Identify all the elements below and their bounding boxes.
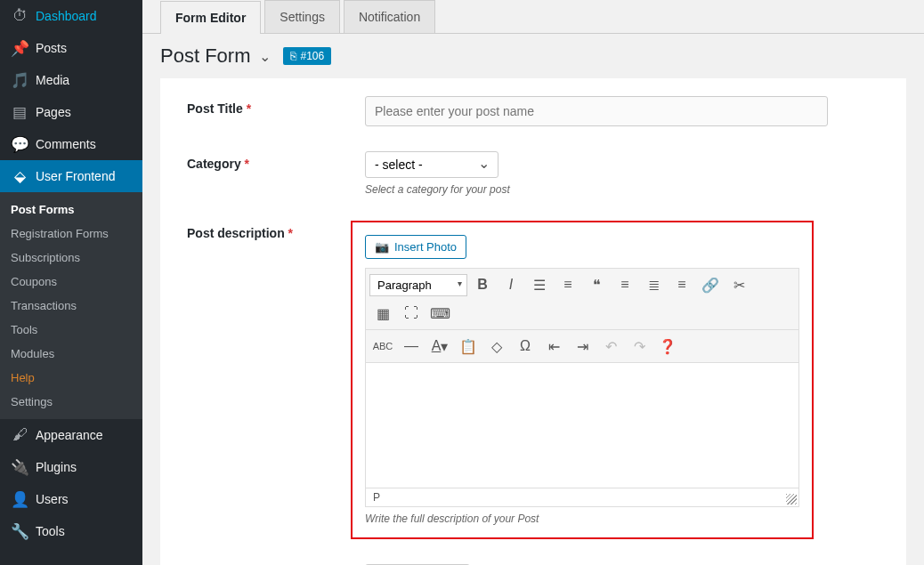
sidebar-label: Tools: [36, 524, 65, 538]
insert-photo-button[interactable]: 📷 Insert Photo: [365, 235, 466, 259]
category-hint: Select a category for your post: [365, 183, 828, 196]
form-header: Post Form ⌄ ⎘ #106: [142, 34, 924, 78]
sidebar-label: Media: [36, 73, 69, 87]
sidebar-label: Users: [36, 492, 69, 506]
post-title-input[interactable]: [365, 96, 828, 126]
chevron-down-icon[interactable]: ⌄: [259, 48, 271, 65]
submenu: Post Forms Registration Forms Subscripti…: [0, 192, 142, 419]
align-left-button[interactable]: ≡: [612, 272, 638, 297]
format-select[interactable]: Paragraph: [369, 274, 467, 296]
link-button[interactable]: 🔗: [697, 272, 724, 297]
sidebar-item-dashboard[interactable]: ⏱ Dashboard: [0, 0, 142, 32]
field-post-title: Post Title *: [187, 96, 879, 126]
text-color-button[interactable]: A▾: [426, 334, 453, 359]
sidebar-label: Plugins: [36, 460, 77, 474]
required-mark: *: [247, 101, 251, 116]
sidebar-item-comments[interactable]: 💬 Comments: [0, 128, 142, 160]
form-title: Post Form: [160, 44, 250, 68]
sidebar-item-user-frontend[interactable]: ⬙ User Frontend: [0, 160, 142, 192]
sidebar-item-posts[interactable]: 📌 Posts: [0, 32, 142, 64]
required-mark: *: [245, 157, 249, 171]
indent-button[interactable]: ⇥: [569, 334, 596, 359]
tab-notification[interactable]: Notification: [344, 0, 435, 33]
editor-path: P: [366, 488, 798, 506]
rich-text-editor: Paragraph B I ☰ ≡ ❝ ≡ ≣ ≡: [365, 268, 799, 507]
outdent-button[interactable]: ⇤: [540, 334, 567, 359]
strikethrough-button[interactable]: ABC: [369, 334, 396, 359]
resize-handle[interactable]: [786, 494, 797, 504]
blockquote-button[interactable]: ❝: [583, 272, 610, 297]
undo-button[interactable]: ↶: [597, 334, 624, 359]
tab-settings[interactable]: Settings: [264, 0, 340, 33]
paste-button[interactable]: 📋: [455, 334, 482, 359]
submenu-subscriptions[interactable]: Subscriptions: [0, 246, 142, 270]
sidebar-item-tools[interactable]: 🔧 Tools: [0, 515, 142, 547]
fullscreen-button[interactable]: ⛶: [398, 301, 425, 326]
editor-toolbar-1: Paragraph B I ☰ ≡ ❝ ≡ ≣ ≡: [366, 269, 798, 330]
bold-button[interactable]: B: [469, 272, 496, 297]
admin-sidebar: ⏱ Dashboard 📌 Posts 🎵 Media ▤ Pages 💬 Co…: [0, 0, 142, 565]
form-id-badge[interactable]: ⎘ #106: [283, 47, 331, 65]
submenu-coupons[interactable]: Coupons: [0, 270, 142, 294]
sidebar-label: Appearance: [36, 428, 103, 442]
wrench-icon: 🔧: [11, 522, 28, 540]
align-center-button[interactable]: ≣: [640, 272, 667, 297]
label-post-title: Post Title *: [187, 96, 365, 116]
sidebar-label: User Frontend: [36, 169, 115, 183]
sidebar-item-plugins[interactable]: 🔌 Plugins: [0, 451, 142, 483]
hr-button[interactable]: —: [398, 334, 425, 359]
italic-button[interactable]: I: [498, 272, 524, 297]
form-panel: Post Title * Category * - select -: [160, 78, 906, 565]
plug-icon: 🔌: [11, 458, 28, 476]
dashboard-icon: ⏱: [11, 7, 28, 25]
label-description: Post description *: [187, 221, 365, 240]
align-right-button[interactable]: ≡: [669, 272, 695, 297]
comment-icon: 💬: [11, 135, 28, 153]
sidebar-item-users[interactable]: 👤 Users: [0, 483, 142, 515]
clear-format-button[interactable]: ◇: [483, 334, 510, 359]
main-content: Form Editor Settings Notification Post F…: [142, 0, 924, 565]
submenu-settings[interactable]: Settings: [0, 390, 142, 414]
label-category: Category *: [187, 151, 365, 171]
special-char-button[interactable]: Ω: [512, 334, 539, 359]
submenu-modules[interactable]: Modules: [0, 342, 142, 366]
user-icon: 👤: [11, 490, 28, 508]
description-hint: Write the full description of your Post: [365, 513, 799, 525]
sidebar-item-pages[interactable]: ▤ Pages: [0, 96, 142, 128]
sidebar-item-media[interactable]: 🎵 Media: [0, 64, 142, 96]
page-icon: ▤: [11, 103, 28, 121]
help-button[interactable]: ❓: [654, 334, 681, 359]
field-description: Post description * 📷 Insert Photo Parag: [187, 221, 879, 539]
editor-textarea[interactable]: [366, 363, 798, 488]
pin-icon: 📌: [11, 39, 28, 57]
unlink-button[interactable]: ✂: [725, 272, 752, 297]
bullet-list-button[interactable]: ☰: [526, 272, 553, 297]
editor-toolbar-2: ABC — A▾ 📋 ◇ Ω ⇤ ⇥ ↶ ↷ ❓: [366, 330, 798, 363]
description-highlight: 📷 Insert Photo Paragraph B: [351, 221, 814, 539]
content-scroll[interactable]: Post Title * Category * - select -: [142, 78, 924, 565]
copy-icon: ⎘: [290, 50, 296, 62]
sidebar-label: Dashboard: [36, 9, 97, 23]
tabs: Form Editor Settings Notification: [142, 0, 924, 34]
submenu-registration-forms[interactable]: Registration Forms: [0, 222, 142, 246]
sidebar-label: Pages: [36, 105, 71, 119]
sidebar-label: Posts: [36, 41, 67, 55]
keyboard-button[interactable]: ⌨: [426, 301, 453, 326]
tab-form-editor[interactable]: Form Editor: [160, 1, 261, 34]
category-select[interactable]: - select -: [365, 151, 498, 178]
field-category: Category * - select - Select a category …: [187, 151, 879, 196]
media-icon: 🎵: [11, 71, 28, 89]
user-frontend-icon: ⬙: [11, 167, 28, 185]
photo-icon: 📷: [375, 240, 389, 254]
more-button[interactable]: ▦: [369, 301, 396, 326]
required-mark: *: [288, 226, 293, 240]
redo-button[interactable]: ↷: [626, 334, 652, 359]
numbered-list-button[interactable]: ≡: [555, 272, 581, 297]
submenu-help[interactable]: Help: [0, 366, 142, 390]
submenu-transactions[interactable]: Transactions: [0, 294, 142, 318]
brush-icon: 🖌: [11, 426, 28, 444]
submenu-tools[interactable]: Tools: [0, 318, 142, 342]
sidebar-item-appearance[interactable]: 🖌 Appearance: [0, 419, 142, 451]
sidebar-label: Comments: [36, 137, 96, 151]
submenu-post-forms[interactable]: Post Forms: [0, 198, 142, 222]
